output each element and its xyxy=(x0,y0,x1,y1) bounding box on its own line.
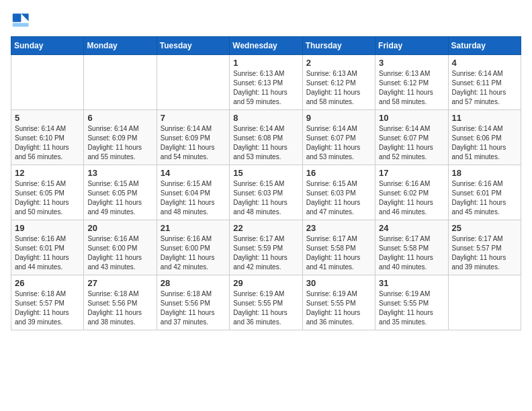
day-number: 18 xyxy=(452,168,517,178)
day-number: 3 xyxy=(379,58,444,68)
day-number: 14 xyxy=(161,168,226,178)
calendar-cell: 15Sunrise: 6:15 AM Sunset: 6:03 PM Dayli… xyxy=(230,165,302,220)
day-number: 7 xyxy=(161,113,226,123)
day-number: 9 xyxy=(306,113,371,123)
day-info: Sunrise: 6:15 AM Sunset: 6:04 PM Dayligh… xyxy=(161,179,226,217)
day-info: Sunrise: 6:15 AM Sunset: 6:03 PM Dayligh… xyxy=(306,179,371,217)
calendar-table: SundayMondayTuesdayWednesdayThursdayFrid… xyxy=(11,36,521,330)
day-of-week-header: Sunday xyxy=(11,37,84,55)
calendar-cell: 24Sunrise: 6:17 AM Sunset: 5:58 PM Dayli… xyxy=(375,220,448,275)
day-info: Sunrise: 6:13 AM Sunset: 6:12 PM Dayligh… xyxy=(306,69,371,107)
day-info: Sunrise: 6:14 AM Sunset: 6:07 PM Dayligh… xyxy=(379,124,444,162)
day-number: 29 xyxy=(233,278,298,288)
day-info: Sunrise: 6:14 AM Sunset: 6:09 PM Dayligh… xyxy=(161,124,226,162)
day-info: Sunrise: 6:15 AM Sunset: 6:05 PM Dayligh… xyxy=(87,179,152,217)
page-header xyxy=(11,11,521,30)
day-of-week-header: Thursday xyxy=(302,37,375,55)
day-info: Sunrise: 6:15 AM Sunset: 6:05 PM Dayligh… xyxy=(15,179,80,217)
day-number: 27 xyxy=(87,278,152,288)
day-info: Sunrise: 6:18 AM Sunset: 5:56 PM Dayligh… xyxy=(161,289,226,327)
day-info: Sunrise: 6:14 AM Sunset: 6:10 PM Dayligh… xyxy=(15,124,80,162)
day-of-week-header: Monday xyxy=(84,37,157,55)
day-number: 5 xyxy=(15,113,80,123)
day-info: Sunrise: 6:17 AM Sunset: 5:59 PM Dayligh… xyxy=(233,234,298,272)
day-info: Sunrise: 6:18 AM Sunset: 5:56 PM Dayligh… xyxy=(87,289,152,327)
calendar-cell: 8Sunrise: 6:14 AM Sunset: 6:08 PM Daylig… xyxy=(230,110,302,165)
calendar-cell: 20Sunrise: 6:16 AM Sunset: 6:00 PM Dayli… xyxy=(84,220,157,275)
calendar-cell: 11Sunrise: 6:14 AM Sunset: 6:06 PM Dayli… xyxy=(448,110,521,165)
day-number: 26 xyxy=(15,278,80,288)
calendar-cell: 22Sunrise: 6:17 AM Sunset: 5:59 PM Dayli… xyxy=(230,220,302,275)
calendar-cell: 12Sunrise: 6:15 AM Sunset: 6:05 PM Dayli… xyxy=(11,165,84,220)
day-info: Sunrise: 6:13 AM Sunset: 6:13 PM Dayligh… xyxy=(233,69,298,107)
day-number: 2 xyxy=(306,58,371,68)
days-of-week-row: SundayMondayTuesdayWednesdayThursdayFrid… xyxy=(11,37,521,55)
day-of-week-header: Saturday xyxy=(448,37,521,55)
day-info: Sunrise: 6:16 AM Sunset: 6:01 PM Dayligh… xyxy=(452,179,517,217)
day-info: Sunrise: 6:17 AM Sunset: 5:57 PM Dayligh… xyxy=(452,234,517,272)
calendar-cell: 17Sunrise: 6:16 AM Sunset: 6:02 PM Dayli… xyxy=(375,165,448,220)
calendar-week-row: 12Sunrise: 6:15 AM Sunset: 6:05 PM Dayli… xyxy=(11,165,521,220)
day-info: Sunrise: 6:14 AM Sunset: 6:06 PM Dayligh… xyxy=(452,124,517,162)
calendar-cell: 4Sunrise: 6:14 AM Sunset: 6:11 PM Daylig… xyxy=(448,55,521,110)
day-info: Sunrise: 6:17 AM Sunset: 5:58 PM Dayligh… xyxy=(379,234,444,272)
day-number: 19 xyxy=(15,223,80,233)
day-info: Sunrise: 6:16 AM Sunset: 6:01 PM Dayligh… xyxy=(15,234,80,272)
calendar-cell xyxy=(448,275,521,330)
day-number: 16 xyxy=(306,168,371,178)
logo-icon xyxy=(11,11,30,30)
day-number: 22 xyxy=(233,223,298,233)
day-number: 17 xyxy=(379,168,444,178)
calendar-cell: 30Sunrise: 6:19 AM Sunset: 5:55 PM Dayli… xyxy=(302,275,375,330)
calendar-cell: 3Sunrise: 6:13 AM Sunset: 6:12 PM Daylig… xyxy=(375,55,448,110)
calendar-cell: 19Sunrise: 6:16 AM Sunset: 6:01 PM Dayli… xyxy=(11,220,84,275)
day-info: Sunrise: 6:19 AM Sunset: 5:55 PM Dayligh… xyxy=(306,289,371,327)
day-number: 6 xyxy=(87,113,152,123)
calendar-cell: 16Sunrise: 6:15 AM Sunset: 6:03 PM Dayli… xyxy=(302,165,375,220)
day-of-week-header: Friday xyxy=(375,37,448,55)
day-info: Sunrise: 6:13 AM Sunset: 6:12 PM Dayligh… xyxy=(379,69,444,107)
svg-marker-0 xyxy=(21,13,28,21)
calendar-cell: 29Sunrise: 6:19 AM Sunset: 5:55 PM Dayli… xyxy=(230,275,302,330)
day-number: 15 xyxy=(233,168,298,178)
svg-rect-2 xyxy=(13,23,29,27)
calendar-cell: 7Sunrise: 6:14 AM Sunset: 6:09 PM Daylig… xyxy=(157,110,229,165)
day-number: 21 xyxy=(161,223,226,233)
day-number: 31 xyxy=(379,278,444,288)
calendar-cell: 26Sunrise: 6:18 AM Sunset: 5:57 PM Dayli… xyxy=(11,275,84,330)
day-info: Sunrise: 6:16 AM Sunset: 6:00 PM Dayligh… xyxy=(87,234,152,272)
calendar-body: 1Sunrise: 6:13 AM Sunset: 6:13 PM Daylig… xyxy=(11,55,521,330)
day-number: 13 xyxy=(87,168,152,178)
day-info: Sunrise: 6:16 AM Sunset: 6:00 PM Dayligh… xyxy=(161,234,226,272)
day-of-week-header: Tuesday xyxy=(157,37,229,55)
day-info: Sunrise: 6:14 AM Sunset: 6:11 PM Dayligh… xyxy=(452,69,517,107)
day-number: 28 xyxy=(161,278,226,288)
day-number: 11 xyxy=(452,113,517,123)
calendar-cell: 28Sunrise: 6:18 AM Sunset: 5:56 PM Dayli… xyxy=(157,275,229,330)
calendar-cell: 25Sunrise: 6:17 AM Sunset: 5:57 PM Dayli… xyxy=(448,220,521,275)
calendar-week-row: 1Sunrise: 6:13 AM Sunset: 6:13 PM Daylig… xyxy=(11,55,521,110)
day-number: 30 xyxy=(306,278,371,288)
calendar-cell xyxy=(11,55,84,110)
calendar-cell: 1Sunrise: 6:13 AM Sunset: 6:13 PM Daylig… xyxy=(230,55,302,110)
calendar-cell: 10Sunrise: 6:14 AM Sunset: 6:07 PM Dayli… xyxy=(375,110,448,165)
day-number: 25 xyxy=(452,223,517,233)
day-info: Sunrise: 6:14 AM Sunset: 6:08 PM Dayligh… xyxy=(233,124,298,162)
day-number: 4 xyxy=(452,58,517,68)
day-number: 12 xyxy=(15,168,80,178)
day-info: Sunrise: 6:14 AM Sunset: 6:09 PM Dayligh… xyxy=(87,124,152,162)
day-number: 20 xyxy=(87,223,152,233)
calendar-cell xyxy=(84,55,157,110)
calendar-week-row: 26Sunrise: 6:18 AM Sunset: 5:57 PM Dayli… xyxy=(11,275,521,330)
calendar-cell xyxy=(157,55,229,110)
calendar-cell: 6Sunrise: 6:14 AM Sunset: 6:09 PM Daylig… xyxy=(84,110,157,165)
calendar-cell: 27Sunrise: 6:18 AM Sunset: 5:56 PM Dayli… xyxy=(84,275,157,330)
calendar-header: SundayMondayTuesdayWednesdayThursdayFrid… xyxy=(11,37,521,55)
day-number: 23 xyxy=(306,223,371,233)
calendar-week-row: 5Sunrise: 6:14 AM Sunset: 6:10 PM Daylig… xyxy=(11,110,521,165)
logo xyxy=(11,11,32,30)
day-number: 8 xyxy=(233,113,298,123)
calendar-cell: 21Sunrise: 6:16 AM Sunset: 6:00 PM Dayli… xyxy=(157,220,229,275)
day-info: Sunrise: 6:14 AM Sunset: 6:07 PM Dayligh… xyxy=(306,124,371,162)
calendar-cell: 9Sunrise: 6:14 AM Sunset: 6:07 PM Daylig… xyxy=(302,110,375,165)
